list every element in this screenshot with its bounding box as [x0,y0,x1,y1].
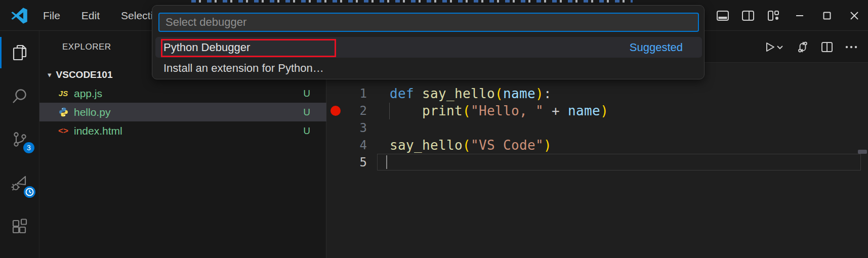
menu-file[interactable]: File [34,7,69,25]
git-untracked-badge: U [303,88,310,99]
code-editor[interactable]: 1 def say_hello(name): 2 print("Hello, "… [326,63,868,258]
files-icon [11,44,29,62]
select-debugger-quickpick: Python Debugger Suggested Install an ext… [152,5,705,79]
file-row-appjs[interactable]: JS app.js U [39,84,326,103]
sidebar-item-explorer[interactable] [0,31,39,74]
sidebar-item-search[interactable] [0,74,39,118]
file-name: hello.py [74,106,110,118]
extensions-icon [11,218,29,236]
line-number[interactable]: 2 [337,102,367,119]
text-cursor [386,155,387,169]
explorer-header: EXPLORER [62,42,111,52]
quickpick-item-python-debugger[interactable]: Python Debugger Suggested [155,37,702,58]
git-untracked-badge: U [303,125,310,137]
code-line-5: 5 [326,154,868,171]
debugger-search-input[interactable] [158,13,699,32]
source-control-badge: 3 [23,142,34,153]
editor-actions [760,31,861,63]
folder-name: VSCODE101 [56,69,113,80]
file-row-indexhtml[interactable]: <> index.html U [39,121,326,140]
sidebar-item-source-control[interactable]: 3 [0,118,39,161]
code-line-3: 3 [326,119,868,137]
quickpick-item-install-extension[interactable]: Install an extension for Python… [155,59,702,78]
code-line-2: 2 print("Hello, " + name) [326,102,868,119]
customize-layout-icon[interactable] [761,0,786,31]
close-button[interactable] [841,0,868,31]
minimize-button[interactable] [786,0,813,31]
debug-pending-clock-badge [23,185,36,199]
titlebar-actions [710,0,868,31]
toggle-panel-icon[interactable] [710,0,735,31]
python-file-icon [58,107,69,118]
javascript-file-icon: JS [58,88,69,99]
sidebar-item-extensions[interactable] [0,205,39,248]
line-number[interactable]: 4 [337,137,367,154]
chevron-down-icon [776,43,784,51]
maximize-button[interactable] [813,0,841,31]
file-name: app.js [74,88,102,100]
activity-bar: 3 [0,31,39,258]
html-file-icon: <> [58,125,69,137]
code-text: say_hello("VS Code") [390,137,552,154]
file-row-hellopy[interactable]: hello.py U [39,103,326,121]
code-line-4: 4 say_hello("VS Code") [326,137,868,154]
line-number[interactable]: 1 [337,85,367,102]
toggle-secondary-sidebar-icon[interactable] [735,0,761,31]
line-number[interactable]: 3 [337,119,367,137]
code-text: print("Hello, " + name) [390,102,608,119]
git-untracked-badge: U [303,107,310,118]
vscode-logo-icon [10,7,28,25]
run-icon [764,41,776,53]
clipped-title-text [191,0,633,3]
code-text: def say_hello(name): [390,85,552,102]
run-python-file-button[interactable] [760,37,788,57]
quickpick-item-label: Install an extension for Python… [163,62,324,75]
code-line-1: 1 def say_hello(name): [326,85,868,102]
split-editor-icon[interactable] [817,37,837,57]
search-icon [11,87,29,105]
line-number[interactable]: 5 [337,154,367,171]
vscode-window: File Edit Selection [0,0,868,258]
chevron-down-icon: ▾ [48,70,52,79]
file-name: index.html [74,125,122,137]
quickpick-item-label: Python Debugger [163,41,250,54]
suggested-badge[interactable]: Suggested [630,41,683,54]
more-actions-icon[interactable] [842,37,861,57]
sidebar-item-run-debug[interactable] [0,161,39,205]
overview-ruler-mark [858,150,867,154]
menu-edit[interactable]: Edit [73,7,108,25]
open-changes-icon[interactable] [793,37,812,57]
